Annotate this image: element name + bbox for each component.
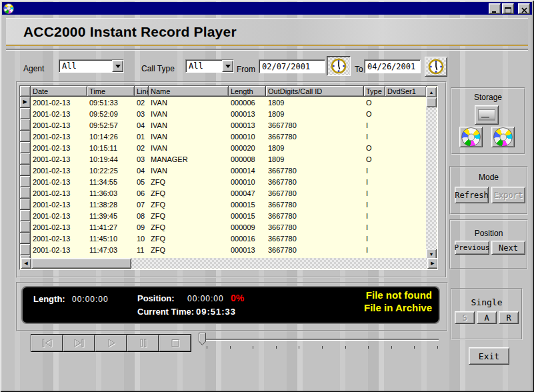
refresh-button[interactable]: Refresh [455, 187, 489, 203]
export-button[interactable]: Export [491, 187, 525, 203]
row-selector[interactable] [20, 199, 31, 210]
table-row[interactable]: ▶2001-02-1309:51:3302IVAN0000061809O [20, 97, 427, 108]
slider-tick [322, 346, 323, 349]
status-line-2: File in Archive [364, 302, 432, 313]
row-selector[interactable] [20, 108, 31, 119]
to-date-picker-button[interactable] [425, 57, 447, 77]
next-button[interactable]: Next [491, 241, 525, 255]
to-date-input[interactable]: 04/26/2001 [364, 59, 421, 73]
table-row[interactable]: 2001-02-1309:52:0903IVAN0000131809O [20, 108, 427, 119]
current-time-label: Current Time: [137, 307, 194, 317]
agent-combobox[interactable]: All [59, 59, 124, 73]
row-selector[interactable] [20, 142, 31, 153]
table-row[interactable]: 2001-02-1311:36:0306ZFQ0000473667780I [20, 187, 427, 199]
row-selector[interactable] [20, 165, 31, 176]
call-type-value: All [186, 61, 222, 71]
status-line-1: File not found [366, 289, 432, 301]
from-label: From [237, 65, 255, 74]
slider-groove[interactable] [201, 339, 439, 340]
mode-label: Mode [451, 173, 527, 182]
cell: 000015 [229, 210, 266, 221]
cell [385, 244, 427, 255]
cell: IVAN [149, 165, 229, 176]
skip-end-button[interactable] [63, 334, 95, 352]
table-row[interactable]: 2001-02-1311:34:5505ZFQ0000103667780I [20, 176, 427, 187]
cell: 3667780 [266, 244, 364, 255]
horizontal-scroll-thumb[interactable] [31, 258, 131, 269]
chevron-down-icon [225, 65, 231, 68]
table-row[interactable]: 2001-02-1310:15:1102IVAN0000201809O [20, 142, 427, 153]
from-date-picker-button[interactable] [327, 56, 351, 76]
row-selector[interactable]: ▶ [20, 97, 31, 108]
table-row[interactable]: 2001-02-1311:41:2709ZFQ0000093667780I [20, 221, 427, 233]
cell: 08 [135, 210, 149, 221]
cell: 000010 [229, 131, 266, 142]
seek-slider[interactable] [197, 332, 441, 351]
row-selector[interactable] [20, 153, 31, 165]
selected-row-arrow-icon: ▶ [23, 99, 27, 105]
column-header-line: Line [135, 86, 149, 97]
storage-cd-left-button[interactable] [459, 127, 483, 147]
app-cd-icon[interactable] [3, 3, 14, 14]
close-icon [521, 7, 527, 13]
cell [385, 199, 427, 210]
slider-tick [391, 346, 392, 349]
table-row[interactable]: 2001-02-1311:47:0311ZFQ0000133667780I [20, 244, 427, 255]
minimize-button[interactable] [489, 3, 501, 14]
row-selector[interactable] [20, 119, 31, 131]
cell [385, 131, 427, 142]
cell: IVAN [149, 142, 229, 153]
row-selector[interactable] [20, 131, 31, 142]
vertical-scroll-track[interactable] [426, 97, 437, 249]
row-selector[interactable] [20, 233, 31, 244]
scroll-right-button[interactable]: ▶ [427, 258, 438, 269]
cell: 10:14:26 [87, 131, 135, 142]
row-selector[interactable] [20, 210, 31, 221]
chevron-down-icon [115, 65, 121, 68]
cell: 10 [135, 233, 149, 244]
row-selector[interactable] [20, 187, 31, 199]
call-type-dropdown-button[interactable] [222, 60, 233, 72]
storage-drive-button[interactable] [475, 105, 499, 125]
single-s-button[interactable]: S [455, 311, 475, 324]
pause-button[interactable] [127, 334, 159, 352]
skip-start-button[interactable] [31, 334, 63, 352]
table-row[interactable]: 2001-02-1311:38:2807ZFQ0000153667780I [20, 199, 427, 210]
titlebar [2, 2, 532, 15]
single-a-button[interactable]: A [477, 311, 497, 324]
previous-button[interactable]: Previous [455, 241, 489, 255]
exit-button[interactable]: Exit [469, 347, 509, 365]
slider-tick [437, 346, 438, 349]
cell: 2001-02-13 [31, 108, 87, 119]
slider-tick [276, 346, 277, 349]
cell: IVAN [149, 131, 229, 142]
vertical-scrollbar[interactable]: ▲ ▼ [426, 87, 437, 259]
call-type-combobox[interactable]: All [185, 59, 234, 73]
table-row[interactable]: 2001-02-1310:19:4403MANAGER0000081809O [20, 153, 427, 165]
close-button[interactable] [518, 3, 530, 14]
storage-cd-right-button[interactable] [491, 127, 515, 147]
scroll-left-button[interactable]: ◀ [21, 258, 31, 269]
table-row[interactable]: 2001-02-1311:45:1010ZFQ0000163667780I [20, 233, 427, 244]
row-selector[interactable] [20, 176, 31, 187]
table-row[interactable]: 2001-02-1309:52:5704IVAN0000133667780I [20, 119, 427, 131]
slider-thumb[interactable] [199, 333, 207, 346]
agent-dropdown-button[interactable] [112, 60, 123, 72]
horizontal-scrollbar[interactable]: ◀ ▶ [21, 258, 438, 269]
maximize-button[interactable] [502, 3, 514, 14]
scroll-up-button[interactable]: ▲ [426, 87, 437, 97]
table-row[interactable]: 2001-02-1310:22:2504IVAN0000143667780I [20, 165, 427, 176]
single-r-button[interactable]: R [499, 311, 519, 324]
table-row[interactable]: 2001-02-1311:39:4508ZFQ0000153667780I [20, 210, 427, 221]
row-selector[interactable] [20, 221, 31, 233]
stop-button[interactable] [159, 334, 191, 352]
cell: 10:19:44 [87, 153, 135, 165]
row-selector[interactable] [20, 244, 31, 255]
from-date-input[interactable]: 02/07/2001 [259, 59, 325, 73]
cell: I [364, 199, 385, 210]
play-button[interactable] [95, 334, 127, 352]
table-row[interactable]: 2001-02-1310:14:2601IVAN0000103667780I [20, 131, 427, 142]
agent-value: All [59, 61, 112, 71]
vertical-scroll-thumb[interactable] [426, 97, 437, 107]
call-type-label: Call Type [141, 64, 175, 73]
